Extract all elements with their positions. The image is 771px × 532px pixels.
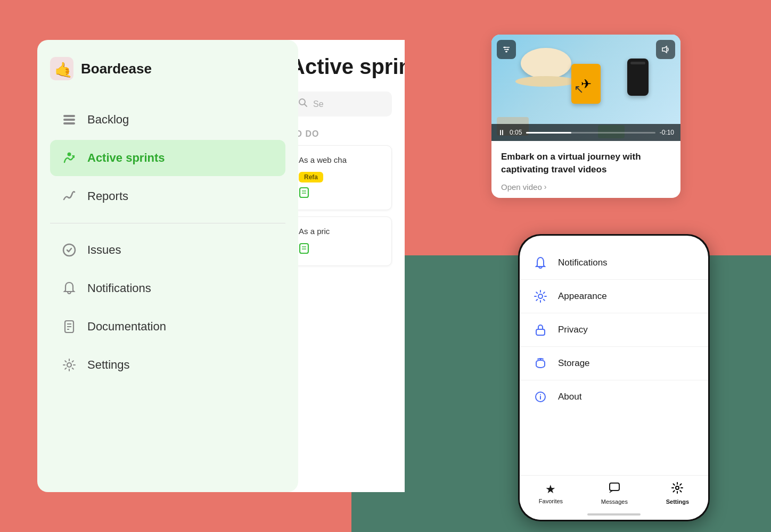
- settings-icon: [61, 356, 78, 373]
- svg-line-34: [544, 292, 545, 293]
- svg-point-27: [538, 294, 543, 298]
- phone-menu-about[interactable]: About: [520, 380, 708, 413]
- svg-line-32: [536, 292, 537, 293]
- messages-icon: [609, 482, 620, 497]
- svg-rect-36: [536, 329, 545, 335]
- sidebar-item-notifications[interactable]: Notifications: [50, 270, 285, 306]
- tab-favorites[interactable]: ★ Favorites: [539, 483, 563, 504]
- play-pause-button[interactable]: ⏸: [498, 128, 505, 137]
- sidebar-item-reports[interactable]: Reports: [50, 178, 285, 214]
- settings-label: Settings: [87, 358, 130, 372]
- svg-point-11: [67, 363, 71, 367]
- logo-icon: 🤙: [50, 57, 73, 80]
- home-indicator: [520, 509, 708, 520]
- svg-marker-26: [662, 46, 667, 53]
- svg-rect-4: [63, 122, 75, 124]
- hat-brim: [515, 76, 577, 87]
- open-video-label: Open video: [501, 182, 542, 192]
- phone-appearance-icon: [532, 288, 548, 304]
- issues-icon: [61, 242, 78, 259]
- boardease-logo-svg: 🤙: [50, 57, 73, 80]
- reports-label: Reports: [87, 189, 128, 203]
- task-card-1: As a web cha Refa: [290, 145, 392, 210]
- svg-rect-3: [63, 119, 75, 121]
- nav-divider: [50, 223, 285, 223]
- svg-point-23: [504, 47, 506, 48]
- phone-about-icon: [532, 389, 548, 405]
- svg-point-39: [540, 394, 541, 395]
- task-footer-2: [299, 243, 383, 257]
- svg-rect-40: [610, 483, 619, 491]
- tab-messages[interactable]: Messages: [601, 482, 628, 505]
- phone-menu-privacy[interactable]: Privacy: [520, 313, 708, 347]
- sidebar-item-documentation[interactable]: Documentation: [50, 309, 285, 345]
- home-bar: [587, 513, 641, 516]
- task-card-2: As a pric: [290, 217, 392, 267]
- phone-menu-appearance[interactable]: Appearance: [520, 280, 708, 313]
- primary-nav: Backlog Active sprints Reports: [50, 102, 285, 214]
- reports-icon: [61, 188, 78, 205]
- search-bar[interactable]: Se: [290, 92, 392, 117]
- phone-privacy-label: Privacy: [558, 325, 588, 335]
- notifications-label: Notifications: [87, 281, 151, 295]
- sidebar-item-active-sprints[interactable]: Active sprints: [50, 140, 285, 176]
- active-sprints-label: Active sprints: [87, 151, 165, 165]
- phone-privacy-icon: [532, 322, 548, 338]
- phone-notifications-icon: [532, 255, 548, 271]
- documentation-label: Documentation: [87, 320, 166, 334]
- tab-settings-label: Settings: [666, 498, 689, 505]
- phone-storage-label: Storage: [558, 358, 590, 369]
- progress-track[interactable]: [526, 132, 655, 134]
- phone-storage-icon: [532, 355, 548, 371]
- phone-appearance-label: Appearance: [558, 291, 607, 302]
- task-text-2: As a pric: [299, 226, 383, 238]
- video-info: Embark on a virtual journey with captiva…: [491, 141, 680, 198]
- phone-menu-list: Notifications: [520, 236, 708, 475]
- open-video-link[interactable]: Open video ›: [501, 182, 671, 192]
- bookmark-icon-1: [299, 187, 309, 201]
- app-name: Boardease: [81, 61, 152, 77]
- phone-screen: Notifications: [520, 236, 708, 520]
- time-remaining: -0:10: [660, 129, 674, 136]
- filter-button[interactable]: [497, 40, 516, 59]
- video-overlay-top: [497, 40, 675, 59]
- video-card: ✈ ↖: [491, 35, 680, 198]
- backlog-label: Backlog: [87, 113, 129, 127]
- phone-menu-notifications[interactable]: Notifications: [520, 246, 708, 280]
- svg-point-24: [507, 49, 509, 51]
- column-header-todo: TO DO: [290, 129, 392, 139]
- sidebar-item-issues[interactable]: Issues: [50, 232, 285, 268]
- video-title: Embark on a virtual journey with captiva…: [501, 151, 671, 176]
- progress-fill: [526, 132, 571, 134]
- cursor-icon: ↖: [574, 82, 584, 96]
- messages-label: Messages: [601, 498, 628, 505]
- svg-line-35: [536, 300, 537, 301]
- phone-tab-bar: ★ Favorites Messages: [520, 475, 708, 509]
- chevron-right-icon: ›: [544, 182, 547, 191]
- svg-line-33: [544, 300, 545, 301]
- svg-point-5: [68, 153, 71, 156]
- task-tag-1: Refa: [299, 172, 323, 182]
- phone-menu-storage[interactable]: Storage: [520, 347, 708, 380]
- phone-about-label: About: [558, 392, 581, 402]
- sidebar-panel: 🤙 Boardease Backlog: [37, 40, 298, 492]
- svg-text:🤙: 🤙: [54, 61, 73, 79]
- phone-decoration: [627, 59, 649, 96]
- phone-notifications-label: Notifications: [558, 257, 608, 268]
- search-placeholder: Se: [313, 99, 324, 109]
- phone-speaker: [630, 62, 645, 64]
- volume-button[interactable]: [656, 40, 675, 59]
- svg-point-41: [676, 486, 679, 489]
- notifications-icon: [61, 280, 78, 297]
- sidebar-item-backlog[interactable]: Backlog: [50, 102, 285, 138]
- svg-rect-2: [63, 115, 75, 117]
- active-sprints-icon: [61, 149, 78, 167]
- favorites-label: Favorites: [539, 498, 563, 504]
- svg-point-25: [506, 51, 507, 53]
- phone-mockup: Notifications: [518, 234, 710, 521]
- video-controls: ⏸ 0:05 -0:10: [491, 124, 680, 141]
- sidebar-item-settings[interactable]: Settings: [50, 347, 285, 383]
- tab-settings[interactable]: Settings: [666, 482, 689, 505]
- svg-rect-14: [300, 188, 308, 197]
- logo-area: 🤙 Boardease: [50, 57, 285, 80]
